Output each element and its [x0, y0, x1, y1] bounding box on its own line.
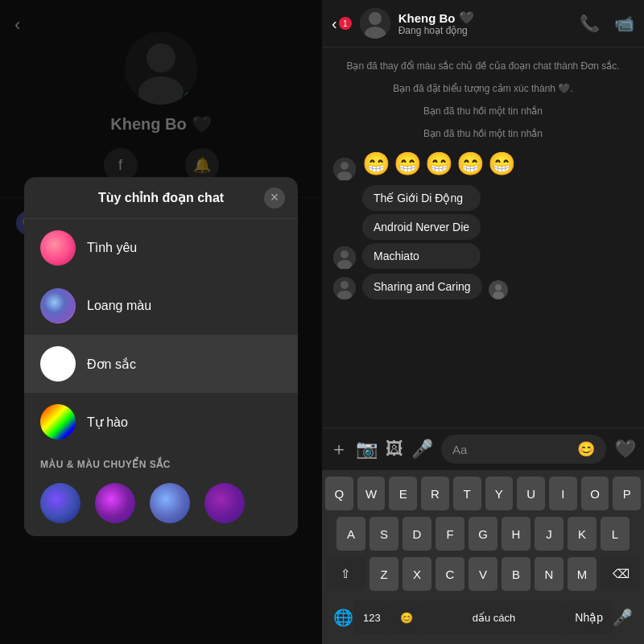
key-emoji-bottom[interactable]: 😊	[390, 601, 423, 634]
color-1[interactable]	[40, 483, 80, 523]
color-3[interactable]	[150, 483, 190, 523]
emoji-2: 😁	[394, 151, 422, 177]
modal-item-tu-hao[interactable]: Tự hào	[24, 393, 298, 451]
microphone-icon[interactable]: 🎤	[613, 608, 633, 627]
key-shift[interactable]: ⇧	[325, 557, 365, 591]
emoji-3: 😁	[425, 151, 453, 177]
key-U[interactable]: U	[517, 477, 545, 510]
tinh-yeu-label: Tình yêu	[87, 241, 137, 255]
key-R[interactable]: R	[421, 477, 449, 510]
chat-avatar	[360, 8, 390, 39]
key-J[interactable]: J	[535, 517, 564, 551]
keyboard: Q W E R T Y U I O P A S D F G H J K L ⇧ …	[322, 470, 644, 644]
key-C[interactable]: C	[436, 557, 464, 591]
key-F[interactable]: F	[436, 517, 464, 551]
key-M[interactable]: M	[568, 557, 597, 591]
loang-mau-label: Loang màu	[87, 299, 151, 313]
color-row	[24, 475, 298, 536]
bubble-1: Android Nerver Die	[362, 214, 481, 240]
tu-hao-icon	[40, 404, 76, 440]
bubble-2: Machiato	[362, 243, 481, 269]
key-K[interactable]: K	[568, 517, 597, 551]
key-H[interactable]: H	[502, 517, 530, 551]
globe-icon[interactable]: 🌐	[333, 608, 353, 627]
customize-modal: Tùy chỉnh đoạn chat × Tình yêu Loang màu…	[24, 177, 298, 536]
chat-user-info: Kheng Bo 🖤 Đang hoạt động	[398, 10, 572, 36]
key-D[interactable]: D	[402, 517, 431, 551]
sharing-row: Sharing and Caring	[333, 274, 633, 299]
key-W[interactable]: W	[357, 477, 386, 510]
chat-header-actions: 📞 📹	[580, 14, 634, 33]
modal-item-loang-mau[interactable]: Loang màu	[24, 277, 298, 335]
svg-point-17	[493, 291, 504, 299]
modal-header: Tùy chỉnh đoạn chat ×	[24, 177, 298, 219]
system-msg-1: Bạn đã thay đổi màu sắc chủ đề của đoạn …	[333, 57, 633, 75]
plus-icon[interactable]: ＋	[330, 437, 348, 461]
camera-icon[interactable]: 📷	[356, 439, 378, 460]
key-V[interactable]: V	[469, 557, 497, 591]
svg-point-13	[341, 281, 349, 289]
emoji-picker-icon[interactable]: 😊	[577, 440, 595, 458]
video-icon[interactable]: 📹	[614, 14, 634, 33]
emoji-message-row: 😁 😁 😁 😁 😁	[333, 147, 633, 180]
key-space[interactable]: dấu cách	[423, 601, 566, 634]
key-Z[interactable]: Z	[369, 557, 398, 591]
sender-avatar-bubbles	[333, 246, 356, 269]
modal-item-tinh-yeu[interactable]: Tình yêu	[24, 219, 298, 277]
key-A[interactable]: A	[336, 517, 365, 551]
chat-messages[interactable]: Bạn đã thay đổi màu sắc chủ đề của đoạn …	[322, 47, 644, 427]
key-Y[interactable]: Y	[485, 477, 514, 510]
key-Q[interactable]: Q	[325, 477, 353, 510]
message-input-placeholder[interactable]: Aa	[452, 443, 571, 456]
colors-section-label: MÀU & MÀU CHUYỂN SẮC	[24, 451, 298, 475]
emoji-1: 😁	[362, 151, 390, 177]
notification-badge: 1	[339, 17, 352, 30]
key-backspace[interactable]: ⌫	[601, 557, 641, 591]
key-E[interactable]: E	[389, 477, 417, 510]
reaction-avatar	[489, 280, 508, 299]
key-L[interactable]: L	[601, 517, 630, 551]
key-G[interactable]: G	[469, 517, 497, 551]
color-4[interactable]	[204, 483, 245, 523]
key-O[interactable]: O	[581, 477, 609, 510]
right-panel: ‹ 1 Kheng Bo 🖤 Đang hoạt động 📞 📹 Bạn đã…	[322, 0, 644, 644]
key-enter[interactable]: Nhập	[565, 601, 613, 634]
image-icon[interactable]: 🖼	[386, 439, 403, 460]
key-P[interactable]: P	[613, 477, 641, 510]
don-sac-label: Đơn sắc	[87, 357, 136, 372]
phone-icon[interactable]: 📞	[580, 14, 600, 33]
key-S[interactable]: S	[369, 517, 398, 551]
svg-point-4	[369, 12, 382, 25]
don-sac-icon	[40, 346, 76, 382]
key-I[interactable]: I	[549, 477, 577, 510]
sender-avatar-sharing	[333, 277, 356, 299]
heart-send-icon[interactable]: 🖤	[614, 439, 636, 460]
emoji-5: 😁	[488, 151, 516, 177]
emoji-bubbles: 😁 😁 😁 😁 😁	[362, 147, 516, 180]
bubble-0: Thế Giới Di Động	[362, 185, 481, 211]
svg-point-16	[495, 284, 502, 291]
modal-overlay: Tùy chỉnh đoạn chat × Tình yêu Loang màu…	[0, 0, 322, 644]
modal-item-don-sac[interactable]: Đơn sắc	[24, 335, 298, 393]
key-123[interactable]: 123	[353, 601, 390, 634]
modal-close-button[interactable]: ×	[264, 188, 285, 208]
keyboard-bottom-bar: 🌐 123 😊 dấu cách Nhập 🎤	[325, 597, 641, 641]
svg-point-10	[341, 250, 349, 258]
bubble-messages-row: Thế Giới Di Động Android Nerver Die Mach…	[333, 185, 633, 269]
mic-icon[interactable]: 🎤	[411, 439, 433, 460]
left-panel: ‹ Kheng Bo 🖤 f Trang cá nhân 🔔 Tắt thông…	[0, 0, 322, 644]
keyboard-row-3: ⇧ Z X C V B N M ⌫	[325, 557, 641, 591]
svg-point-7	[341, 162, 349, 170]
key-T[interactable]: T	[453, 477, 481, 510]
emoji-4: 😁	[456, 151, 485, 177]
loang-mau-icon	[40, 288, 76, 324]
back-button-right[interactable]: ‹ 1	[332, 14, 352, 33]
key-X[interactable]: X	[402, 557, 431, 591]
bubble-stack: Thế Giới Di Động Android Nerver Die Mach…	[362, 185, 481, 269]
color-2[interactable]	[95, 483, 135, 523]
message-input-wrap[interactable]: Aa 😊	[441, 435, 606, 464]
keyboard-row-1: Q W E R T Y U I O P	[325, 477, 641, 510]
key-B[interactable]: B	[502, 557, 530, 591]
tinh-yeu-icon	[40, 230, 76, 266]
key-N[interactable]: N	[535, 557, 564, 591]
